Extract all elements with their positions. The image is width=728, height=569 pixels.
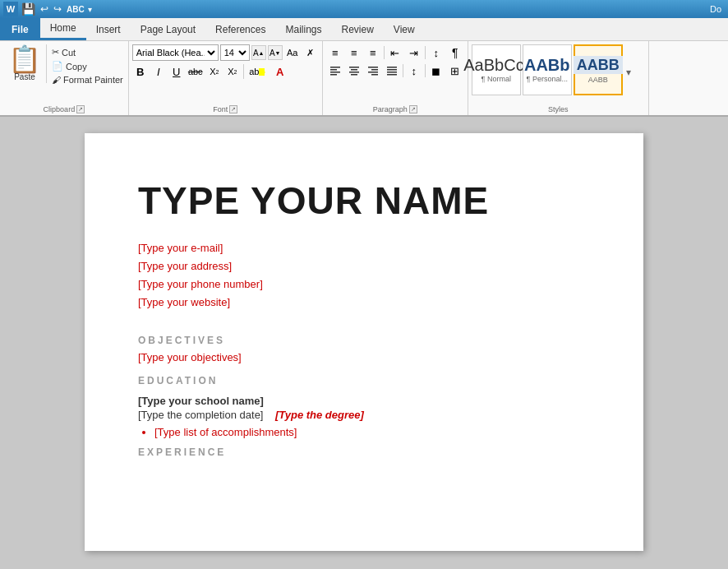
italic-btn[interactable]: I [150, 63, 167, 80]
education-degree: [Type the degree] [275, 409, 364, 421]
quick-access-dropdown[interactable]: ▾ [88, 5, 92, 14]
paste-button[interactable]: 📋 Paste [3, 44, 47, 83]
shading-btn[interactable]: ◼ [427, 62, 445, 79]
tab-page-layout[interactable]: Page Layout [131, 18, 205, 40]
paragraph-group-label: Paragraph ↗ [323, 105, 468, 113]
style-section[interactable]: AABB AABB [574, 44, 623, 95]
multilevel-list-btn[interactable]: ≡ [364, 44, 382, 61]
undo-quick-btn[interactable]: ↩ [39, 3, 50, 15]
line-spacing-btn[interactable]: ↕ [405, 62, 423, 79]
svg-rect-10 [368, 72, 378, 73]
font-color-btn[interactable]: A [270, 63, 291, 80]
numbering-btn[interactable]: ≡ [345, 44, 363, 61]
contact-line-4: [Type your website] [138, 294, 590, 312]
document-name[interactable]: TYPE YOUR NAME [138, 178, 590, 223]
font-size-selector[interactable]: 14 [220, 44, 250, 61]
cut-button[interactable]: ✂ Cut [50, 46, 125, 58]
superscript-btn[interactable]: X2 [224, 63, 241, 80]
increase-indent-btn[interactable]: ⇥ [405, 44, 423, 61]
copy-icon: 📄 [52, 61, 63, 72]
clipboard-dialog-launcher[interactable]: ↗ [76, 105, 85, 113]
education-school[interactable]: [Type your school name] [138, 395, 590, 407]
svg-rect-6 [349, 72, 359, 73]
contact-line-1: [Type your e-mail] [138, 239, 590, 257]
bold-btn[interactable]: B [132, 63, 149, 80]
education-title: EDUCATION [138, 375, 590, 386]
borders-btn[interactable]: ⊞ [446, 62, 464, 79]
change-case-btn[interactable]: Aa [284, 45, 301, 60]
style-normal[interactable]: AaBbCcI ¶ Normal [472, 44, 521, 95]
tab-review[interactable]: Review [331, 18, 383, 40]
clipboard-group-label: Clipboard ↗ [0, 105, 128, 113]
tab-home[interactable]: Home [40, 18, 86, 40]
education-accomplishments[interactable]: [Type list of accomplishments] [154, 426, 590, 438]
svg-rect-1 [330, 69, 337, 71]
style-heading1-preview: AABb [524, 57, 570, 73]
align-left-btn[interactable] [326, 62, 344, 79]
format-painter-icon: 🖌 [52, 75, 61, 85]
format-painter-label: Format Painter [63, 75, 123, 85]
font-size-decrease-btn[interactable]: A▼ [268, 45, 283, 60]
show-marks-btn[interactable]: ¶ [446, 44, 464, 61]
font-group: Arial Black (Hea... 14 A▲ A▼ Aa ✗ B I U … [129, 41, 323, 115]
clear-formatting-btn[interactable]: ✗ [302, 45, 319, 60]
svg-rect-9 [371, 69, 378, 71]
styles-group-label: Styles [468, 105, 648, 113]
contact-line-2: [Type your address] [138, 257, 590, 275]
tab-mailings[interactable]: Mailings [275, 18, 331, 40]
svg-rect-2 [330, 72, 340, 73]
svg-rect-7 [351, 74, 357, 76]
tab-references[interactable]: References [205, 18, 275, 40]
objectives-body[interactable]: [Type your objectives] [138, 351, 590, 363]
experience-title: EXPERIENCE [138, 446, 590, 458]
document-area: TYPE YOUR NAME [Type your e-mail] [Type … [0, 117, 728, 567]
align-center-btn[interactable] [345, 62, 363, 79]
svg-rect-13 [387, 69, 397, 71]
style-heading1[interactable]: AABb ¶ Personal... [523, 44, 572, 95]
word-logo: W [3, 2, 18, 16]
svg-rect-0 [330, 67, 340, 68]
quick-access-toolbar: W 💾 ↩ ↪ ABC ▾ [0, 2, 95, 16]
document-contact[interactable]: [Type your e-mail] [Type your address] [… [138, 239, 590, 312]
save-quick-btn[interactable]: 💾 [20, 2, 37, 16]
style-section-label: AABB [588, 76, 608, 84]
cut-label: Cut [62, 48, 76, 58]
paste-label: Paste [14, 72, 35, 81]
justify-btn[interactable] [383, 62, 401, 79]
paragraph-dialog-launcher[interactable]: ↗ [409, 105, 417, 113]
svg-rect-8 [368, 67, 378, 68]
paste-icon: 📋 [8, 46, 41, 72]
subscript-btn[interactable]: X2 [206, 63, 223, 80]
styles-scroll-arrow[interactable]: ▾ [624, 44, 633, 100]
file-tab[interactable]: File [0, 18, 40, 40]
style-normal-preview: AaBbCcI [463, 57, 528, 73]
education-date: [Type the completion date] [138, 409, 263, 421]
cut-icon: ✂ [52, 47, 59, 58]
objectives-title: OBJECTIVES [138, 335, 590, 346]
font-family-selector[interactable]: Arial Black (Hea... [132, 44, 219, 61]
underline-btn[interactable]: U [168, 63, 185, 80]
education-date-row[interactable]: [Type the completion date] [Type the deg… [138, 409, 590, 421]
bullets-btn[interactable]: ≡ [326, 44, 344, 61]
strikethrough-btn[interactable]: abc [187, 63, 205, 80]
format-painter-button[interactable]: 🖌 Format Painter [50, 74, 125, 86]
copy-button[interactable]: 📄 Copy [50, 60, 125, 72]
text-highlight-btn[interactable]: ab▬ [247, 63, 268, 80]
sort-btn[interactable]: ↕ [427, 44, 445, 61]
font-group-label: Font ↗ [129, 105, 322, 113]
tab-view[interactable]: View [384, 18, 425, 40]
style-heading1-label: ¶ Personal... [527, 75, 568, 83]
decrease-indent-btn[interactable]: ⇤ [386, 44, 404, 61]
svg-rect-5 [351, 69, 357, 71]
style-normal-label: ¶ Normal [481, 75, 511, 83]
clipboard-group: 📋 Paste ✂ Cut 📄 Copy 🖌 Format Painter Cl… [0, 41, 129, 115]
spelling-quick-btn[interactable]: ABC [65, 5, 86, 14]
contact-line-3: [Type your phone number] [138, 275, 590, 294]
paragraph-group: ≡ ≡ ≡ ⇤ ⇥ ↕ ¶ ↕ ◼ [323, 41, 468, 115]
tab-insert[interactable]: Insert [86, 18, 131, 40]
document-page: TYPE YOUR NAME [Type your e-mail] [Type … [85, 133, 643, 551]
font-dialog-launcher[interactable]: ↗ [229, 105, 237, 113]
align-right-btn[interactable] [364, 62, 382, 79]
font-size-increase-btn[interactable]: A▲ [251, 45, 266, 60]
redo-quick-btn[interactable]: ↪ [52, 3, 63, 15]
